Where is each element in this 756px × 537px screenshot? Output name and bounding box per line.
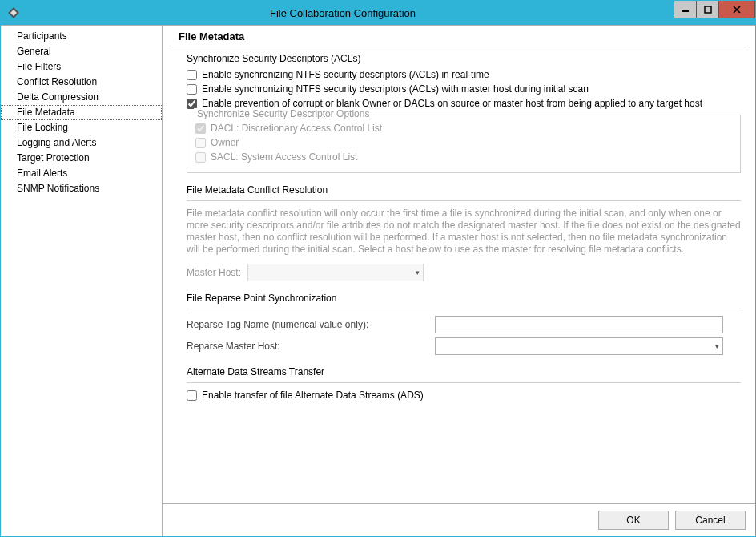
page-title: File Metadata xyxy=(169,26,749,46)
master-host-label: Master Host: xyxy=(187,267,241,278)
acl-initial-row: Enable synchronizing NTFS security descr… xyxy=(187,83,741,95)
ads-checkbox[interactable] xyxy=(187,390,197,401)
window: File Collaboration Configuration Partici… xyxy=(0,0,756,537)
sidebar-item-file-metadata[interactable]: File Metadata xyxy=(1,105,162,120)
titlebar[interactable]: File Collaboration Configuration xyxy=(1,1,755,25)
conflict-help: File metadata conflict resolution will o… xyxy=(187,208,741,256)
ok-button[interactable]: OK xyxy=(598,511,669,530)
sacl-row: SACL: System Access Control List xyxy=(195,151,732,164)
reparse-tag-label: Reparse Tag Name (numerical value only): xyxy=(187,319,427,330)
acl-section: Synchronize Security Descriptors (ACLs) … xyxy=(187,53,741,173)
sidebar: ParticipantsGeneralFile FiltersConflict … xyxy=(1,26,163,536)
divider xyxy=(187,309,741,309)
sacl-checkbox xyxy=(195,152,206,163)
dacl-row: DACL: Discretionary Access Control List xyxy=(195,123,732,135)
owner-label: Owner xyxy=(211,137,239,149)
master-host-combo: ▾ xyxy=(247,264,424,281)
acl-realtime-row: Enable synchronizing NTFS security descr… xyxy=(187,69,741,81)
sidebar-item-file-locking[interactable]: File Locking xyxy=(1,120,162,135)
reparse-tag-input[interactable] xyxy=(435,316,723,333)
dacl-label: DACL: Discretionary Access Control List xyxy=(211,123,382,135)
window-title: File Collaboration Configuration xyxy=(26,7,659,19)
reparse-host-row: Reparse Master Host: ▾ xyxy=(187,337,741,355)
divider xyxy=(187,382,741,383)
dacl-checkbox xyxy=(195,123,206,134)
sidebar-item-snmp-notifications[interactable]: SNMP Notifications xyxy=(1,181,162,196)
acl-options-group: Synchronize Security Descriptor Options … xyxy=(187,115,741,173)
owner-checkbox xyxy=(195,138,206,148)
ads-title: Alternate Data Streams Transfer xyxy=(187,366,741,378)
sidebar-item-general[interactable]: General xyxy=(1,44,162,59)
app-icon xyxy=(7,6,20,19)
sidebar-item-file-filters[interactable]: File Filters xyxy=(1,59,162,75)
sidebar-item-conflict-resolution[interactable]: Conflict Resolution xyxy=(1,75,162,90)
sidebar-item-target-protection[interactable]: Target Protection xyxy=(1,151,162,166)
body: ParticipantsGeneralFile FiltersConflict … xyxy=(1,25,755,536)
acl-initial-checkbox[interactable] xyxy=(187,84,197,95)
ads-section: Alternate Data Streams Transfer Enable t… xyxy=(187,366,741,402)
ads-row: Enable transfer of file Alternate Data S… xyxy=(187,390,741,402)
acl-initial-label: Enable synchronizing NTFS security descr… xyxy=(202,83,589,95)
acl-options-title: Synchronize Security Descriptor Options xyxy=(194,108,372,119)
reparse-section: File Reparse Point Synchronization Repar… xyxy=(187,293,741,355)
sidebar-item-logging-and-alerts[interactable]: Logging and Alerts xyxy=(1,135,162,151)
master-host-row: Master Host: ▾ xyxy=(187,264,741,281)
close-button[interactable] xyxy=(718,1,755,18)
conflict-section: File Metadata Conflict Resolution File m… xyxy=(187,184,741,281)
maximize-button[interactable] xyxy=(696,1,718,18)
chevron-down-icon: ▾ xyxy=(416,268,420,277)
window-buttons xyxy=(674,1,755,18)
minimize-button[interactable] xyxy=(674,1,696,18)
sidebar-item-email-alerts[interactable]: Email Alerts xyxy=(1,166,162,181)
reparse-host-label: Reparse Master Host: xyxy=(187,341,427,352)
sacl-label: SACL: System Access Control List xyxy=(211,151,357,164)
acl-realtime-label: Enable synchronizing NTFS security descr… xyxy=(202,69,489,81)
conflict-title: File Metadata Conflict Resolution xyxy=(187,184,741,196)
reparse-tag-row: Reparse Tag Name (numerical value only): xyxy=(187,316,741,333)
divider xyxy=(187,200,741,201)
main: File Metadata Synchronize Security Descr… xyxy=(163,26,755,536)
sidebar-item-participants[interactable]: Participants xyxy=(1,29,162,44)
owner-row: Owner xyxy=(195,137,732,149)
ads-label: Enable transfer of file Alternate Data S… xyxy=(202,390,424,402)
chevron-down-icon: ▾ xyxy=(715,342,719,350)
main-body: Synchronize Security Descriptors (ACLs) … xyxy=(163,46,755,503)
reparse-host-combo[interactable]: ▾ xyxy=(435,337,723,355)
footer: OK Cancel xyxy=(163,503,755,536)
cancel-button[interactable]: Cancel xyxy=(675,511,746,530)
svg-rect-3 xyxy=(705,6,711,13)
reparse-title: File Reparse Point Synchronization xyxy=(187,293,741,304)
sidebar-item-delta-compression[interactable]: Delta Compression xyxy=(1,90,162,105)
acl-realtime-checkbox[interactable] xyxy=(187,70,197,80)
acl-section-title: Synchronize Security Descriptors (ACLs) xyxy=(187,53,741,64)
